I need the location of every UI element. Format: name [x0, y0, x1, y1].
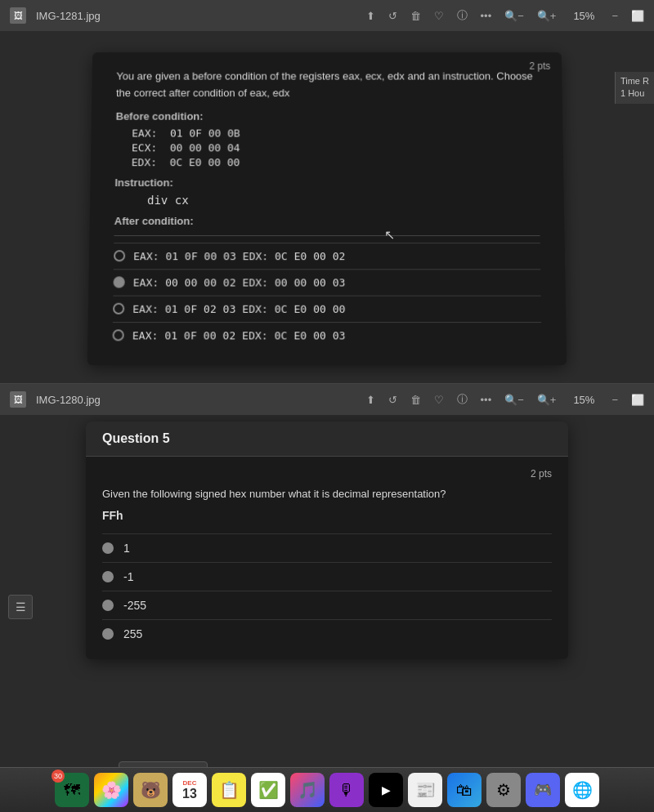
image-content-bottom: ☰ Question 5 2 pts Given the following s… — [0, 415, 654, 798]
dock-finder[interactable]: 🐻 — [133, 773, 168, 807]
zoom-out-icon-bottom[interactable]: 🔍− — [504, 394, 524, 406]
q5-option-2[interactable]: -1 — [102, 562, 552, 591]
zoom-out-icon-top[interactable]: 🔍− — [504, 10, 524, 22]
dock-appletv[interactable]: ▶ — [369, 773, 403, 807]
more-icon-top[interactable]: ••• — [481, 10, 492, 22]
info-icon-top[interactable]: ⓘ — [457, 8, 468, 23]
news-icon: 📰 — [415, 780, 436, 800]
q5-radio-3[interactable] — [102, 600, 114, 611]
dock: 30 🗺 🌸 🐻 DEC 13 📋 ✅ 🎵 🎙 ▶ 📰 🛍 ⚙ 🎮 🌐 — [0, 767, 654, 812]
discord-icon: 🎮 — [534, 781, 552, 799]
q5-option-3[interactable]: -255 — [102, 591, 552, 619]
after-label: After condition: — [114, 214, 540, 226]
q5-pts: 2 pts — [102, 468, 552, 480]
dock-maps[interactable]: 30 🗺 — [55, 773, 89, 807]
dock-reminders[interactable]: ✅ — [251, 773, 285, 807]
dock-music[interactable]: 🎵 — [290, 773, 325, 807]
window-top: 🖼 IMG-1281.jpg ⬆ ↺ 🗑 ♡ ⓘ ••• 🔍− 🔍+ 15% −… — [0, 0, 654, 384]
zoom-level-bottom: 15% — [569, 394, 598, 406]
rotate-icon-top[interactable]: ↺ — [388, 10, 397, 22]
question5-card: Question 5 2 pts Given the following sig… — [86, 422, 568, 659]
finder-icon: 🐻 — [141, 780, 161, 800]
time-remaining: Time R 1 Hou — [615, 72, 654, 104]
podcasts-icon: 🎙 — [338, 781, 355, 800]
sidebar-toggle-icon[interactable]: ☰ — [8, 595, 33, 619]
radio-c[interactable] — [113, 303, 124, 315]
appstore-icon: 🛍 — [456, 781, 473, 800]
maximize-icon-bottom[interactable]: ⬜ — [631, 394, 644, 406]
dock-discord[interactable]: 🎮 — [526, 773, 560, 807]
q5-header: Question 5 — [86, 422, 568, 457]
reg-ecx: ECX: 00 00 00 04 — [132, 141, 539, 154]
dock-notes[interactable]: 📋 — [212, 773, 246, 807]
delete-icon-top[interactable]: 🗑 — [410, 10, 421, 22]
instruction-label: Instruction: — [114, 176, 539, 188]
calendar-month: DEC — [183, 779, 197, 787]
reminders-icon: ✅ — [258, 780, 279, 800]
dock-appstore[interactable]: 🛍 — [447, 773, 482, 807]
reg-edx: EDX: 0C E0 00 00 — [132, 156, 540, 168]
q5-title: Question 5 — [102, 431, 170, 445]
question-text-top: You are given a before condition of the … — [116, 68, 538, 101]
filename-top: IMG-1281.jpg — [36, 10, 356, 22]
dock-podcasts[interactable]: 🎙 — [329, 773, 364, 807]
q5-option-4[interactable]: 255 — [102, 619, 552, 648]
music-icon: 🎵 — [298, 780, 318, 800]
dock-preferences[interactable]: ⚙ — [486, 773, 521, 807]
before-label: Before condition: — [116, 109, 539, 122]
radio-d[interactable] — [113, 329, 124, 341]
q5-option-1[interactable]: 1 — [102, 533, 552, 562]
dock-maps-badge: 30 — [52, 770, 65, 783]
heart-icon-bottom[interactable]: ♡ — [434, 394, 444, 406]
titlebar-controls-top: ⬆ ↺ 🗑 ♡ ⓘ ••• 🔍− 🔍+ 15% − ⬜ — [366, 8, 644, 23]
reg-eax: EAX: 01 0F 00 0B — [132, 127, 539, 139]
window-icon-bottom: 🖼 — [10, 391, 26, 408]
q5-radio-1[interactable] — [102, 542, 114, 554]
titlebar-bottom: 🖼 IMG-1280.jpg ⬆ ↺ 🗑 ♡ ⓘ ••• 🔍− 🔍+ 15% −… — [0, 384, 654, 415]
filename-bottom: IMG-1280.jpg — [36, 394, 356, 406]
chrome-icon: 🌐 — [572, 780, 593, 800]
q5-options: 1 -1 -255 255 — [102, 533, 552, 648]
radio-b[interactable] — [113, 276, 124, 288]
q5-question-text: Given the following signed hex number wh… — [102, 486, 552, 502]
instruction-code: div cx — [147, 193, 540, 206]
more-icon-bottom[interactable]: ••• — [481, 394, 492, 406]
maximize-icon-top[interactable]: ⬜ — [631, 10, 644, 22]
dock-news[interactable]: 📰 — [408, 773, 442, 807]
titlebar-top: 🖼 IMG-1281.jpg ⬆ ↺ 🗑 ♡ ⓘ ••• 🔍− 🔍+ 15% −… — [0, 0, 654, 31]
dock-chrome[interactable]: 🌐 — [565, 773, 599, 807]
radio-a[interactable] — [114, 250, 125, 261]
zoom-in-icon-top[interactable]: 🔍+ — [537, 10, 557, 22]
option-b[interactable]: EAX: 00 00 00 02 EDX: 00 00 00 03 — [113, 269, 540, 295]
heart-icon-top[interactable]: ♡ — [434, 10, 444, 22]
dock-calendar[interactable]: DEC 13 — [172, 773, 207, 807]
q5-radio-2[interactable] — [102, 571, 114, 582]
info-icon-bottom[interactable]: ⓘ — [457, 392, 468, 407]
dock-photos[interactable]: 🌸 — [94, 773, 128, 807]
save-icon-top[interactable]: ⬆ — [366, 10, 375, 22]
q5-hex-value: FFh — [102, 509, 552, 522]
calendar-day: 13 — [182, 787, 197, 801]
zoom-in-icon-bottom[interactable]: 🔍+ — [537, 394, 557, 406]
option-a[interactable]: EAX: 01 0F 00 03 EDX: 0C E0 00 02 — [114, 242, 540, 268]
image-content-top: Time R 1 Hou 2 pts You are given a befor… — [0, 31, 654, 382]
divider-top — [114, 234, 540, 235]
window-bottom: 🖼 IMG-1280.jpg ⬆ ↺ 🗑 ♡ ⓘ ••• 🔍− 🔍+ 15% −… — [0, 384, 654, 767]
window-icon-top: 🖼 — [10, 7, 26, 24]
delete-icon-bottom[interactable]: 🗑 — [410, 394, 421, 406]
q5-radio-4[interactable] — [102, 628, 114, 640]
points-badge-top: 2 pts — [529, 60, 550, 72]
notes-icon: 📋 — [219, 780, 240, 800]
minimize-icon-bottom[interactable]: − — [611, 394, 618, 406]
option-d[interactable]: EAX: 01 0F 00 02 EDX: 0C E0 00 03 — [112, 321, 541, 348]
zoom-level-top: 15% — [569, 10, 598, 22]
save-icon-bottom[interactable]: ⬆ — [366, 394, 375, 406]
titlebar-controls-bottom: ⬆ ↺ 🗑 ♡ ⓘ ••• 🔍− 🔍+ 15% − ⬜ — [366, 392, 644, 407]
appletv-icon: ▶ — [382, 783, 391, 796]
minimize-icon-top[interactable]: − — [611, 10, 618, 22]
preferences-icon: ⚙ — [496, 780, 511, 800]
option-c[interactable]: EAX: 01 0F 02 03 EDX: 0C E0 00 00 — [113, 295, 541, 321]
rotate-icon-bottom[interactable]: ↺ — [388, 394, 397, 406]
photos-icon: 🌸 — [101, 780, 122, 800]
quiz-card-top: 2 pts You are given a before condition o… — [87, 52, 567, 364]
